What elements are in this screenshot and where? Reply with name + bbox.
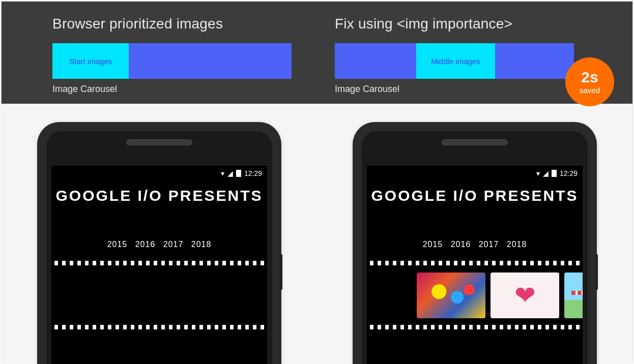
highlight-segment: Middle images bbox=[416, 43, 495, 79]
status-bar: ▾ ◢ 12:29 bbox=[51, 166, 267, 181]
intro-title: GOOGLE I/O PRESENTS bbox=[367, 187, 583, 204]
left-sub: Image Carousel bbox=[52, 84, 309, 95]
carousel-thumb-heart bbox=[491, 272, 559, 318]
sprockets-top bbox=[367, 260, 583, 267]
left-title: Browser prioritized images bbox=[52, 16, 309, 32]
phones-row: ▾ ◢ 12:29 GOOGLE I/O PRESENTS 2015 2016 … bbox=[2, 104, 632, 364]
speaker-grill bbox=[442, 139, 508, 145]
sprockets-bottom bbox=[367, 324, 583, 331]
right-title: Fix using <img importance> bbox=[335, 16, 592, 32]
wifi-icon: ▾ bbox=[536, 169, 540, 177]
status-time: 12:29 bbox=[244, 169, 262, 177]
intro-years: 2015 2016 2017 2018 bbox=[51, 240, 267, 249]
saved-badge: 2s saved bbox=[565, 57, 614, 106]
sprockets-top bbox=[51, 260, 267, 267]
carousel-bar-right: Middle images bbox=[335, 43, 574, 79]
filmstrip-loaded bbox=[367, 258, 583, 329]
intro-panel: GOOGLE I/O PRESENTS 2015 2016 2017 2018 bbox=[51, 181, 267, 251]
phone-mockup-right: ▾ ◢ 12:29 GOOGLE I/O PRESENTS 2015 2016 … bbox=[353, 122, 597, 364]
phone-screen: ▾ ◢ 12:29 GOOGLE I/O PRESENTS 2015 2016 … bbox=[51, 166, 267, 364]
phone-screen: ▾ ◢ 12:29 GOOGLE I/O PRESENTS 2015 2016 … bbox=[367, 166, 583, 364]
intro-title: GOOGLE I/O PRESENTS bbox=[51, 187, 267, 204]
badge-value: 2s bbox=[581, 70, 598, 85]
comparison-header: Browser prioritized images Start images … bbox=[2, 2, 632, 104]
bar-left-segment bbox=[335, 43, 416, 79]
signal-icon: ◢ bbox=[227, 169, 233, 177]
right-sub: Image Carousel bbox=[335, 84, 592, 95]
left-column: Browser prioritized images Start images … bbox=[2, 16, 309, 95]
speaker-grill bbox=[126, 139, 192, 145]
signal-icon: ◢ bbox=[543, 169, 549, 177]
power-button-icon bbox=[596, 254, 598, 290]
film-body-empty bbox=[51, 267, 267, 324]
status-time: 12:29 bbox=[560, 169, 578, 177]
highlight-segment: Start images bbox=[52, 43, 129, 79]
film-body bbox=[367, 267, 583, 324]
filmstrip-empty bbox=[51, 258, 267, 329]
bar-rest-segment bbox=[129, 43, 292, 79]
badge-label: saved bbox=[580, 86, 600, 95]
wifi-icon: ▾ bbox=[221, 169, 224, 177]
battery-icon bbox=[236, 170, 241, 177]
power-button-icon bbox=[280, 254, 282, 290]
status-bar: ▾ ◢ 12:29 bbox=[367, 166, 583, 181]
carousel-thumb-game bbox=[564, 272, 583, 318]
carousel-thumb-graffiti bbox=[417, 272, 485, 318]
intro-panel: GOOGLE I/O PRESENTS 2015 2016 2017 2018 bbox=[367, 181, 583, 251]
carousel-bar-left: Start images bbox=[52, 43, 292, 79]
phone-mockup-left: ▾ ◢ 12:29 GOOGLE I/O PRESENTS 2015 2016 … bbox=[37, 122, 281, 364]
bar-right-segment bbox=[495, 43, 574, 79]
battery-icon bbox=[552, 170, 557, 177]
sprockets-bottom bbox=[51, 324, 267, 331]
intro-years: 2015 2016 2017 2018 bbox=[367, 240, 583, 249]
